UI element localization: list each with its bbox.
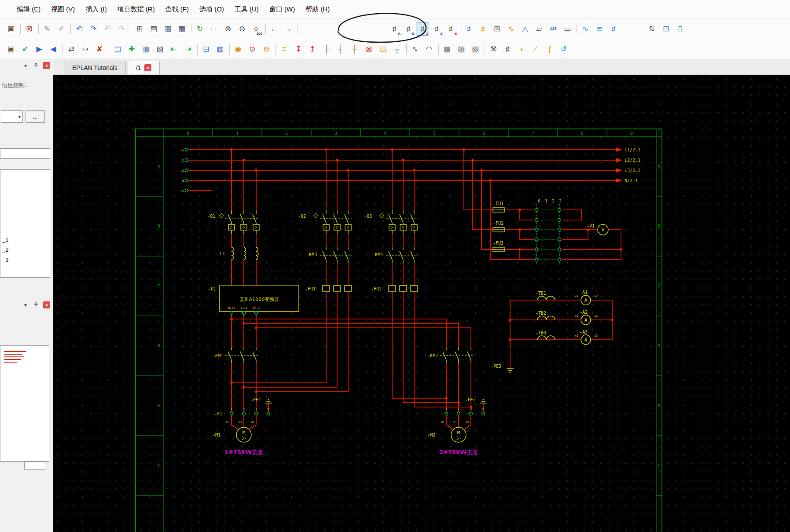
undo-icon[interactable]: ↶ [73, 22, 86, 36]
import-page-icon[interactable]: ⇤ [167, 43, 180, 56]
redo-history-icon[interactable]: ↷ [115, 22, 128, 36]
component-l1[interactable]: -L1 [217, 247, 258, 260]
page-list[interactable]: _1_2_3 [0, 169, 50, 278]
component-km1[interactable]: -KM1 [213, 348, 259, 363]
tab-eplan-tutorials[interactable]: EPLAN Tutorials [64, 61, 126, 74]
menu-item[interactable]: 项目数据 (R) [112, 4, 160, 15]
redo-icon[interactable]: ↷ [87, 22, 100, 36]
copy-format-page-icon[interactable]: ▤ [111, 43, 124, 56]
component-fr1[interactable]: -FR1 [305, 286, 352, 291]
connection-break-icon[interactable]: ⊠ [362, 43, 375, 56]
connector-strip[interactable]: 0 1 2 3 [535, 199, 562, 265]
design-mode-icon[interactable]: ▱ [533, 22, 546, 36]
list-item[interactable]: _3 [0, 255, 50, 265]
dashed-frame-icon[interactable]: ▧ [469, 43, 482, 56]
terminal-strip-x1-left[interactable]: 1 2 3 PE -X1 U1 V1 W1 [214, 407, 270, 424]
menu-item[interactable]: 帮助 (H) [300, 4, 335, 15]
filter-combobox[interactable]: ▾ [1, 110, 23, 123]
chevron-down-icon[interactable]: ▼ [22, 301, 29, 308]
connection-point-icon[interactable]: ⊡ [376, 43, 389, 56]
sync-pages-icon[interactable]: ⇄ [65, 43, 78, 56]
window-cascade-icon[interactable]: ▤ [147, 22, 160, 36]
project-tree-item[interactable]: 恒压控制... [2, 81, 53, 89]
interruption-point-icon[interactable]: ◉ [231, 43, 245, 56]
signal-wave-icon[interactable]: ∿ [579, 22, 592, 36]
filter-input[interactable] [0, 148, 50, 159]
format-brush-alt-icon[interactable]: ✐ [55, 22, 68, 36]
list-item[interactable]: _2 [0, 245, 50, 255]
zoom-in-icon[interactable]: ⊕ [221, 22, 235, 36]
component-fu2[interactable]: -FU2 [493, 221, 504, 232]
menu-item[interactable]: 插入 (I) [80, 4, 112, 15]
slash-tool-icon[interactable]: ∕ [529, 43, 542, 56]
component-q1[interactable]: -Q1 [207, 210, 259, 234]
pin-icon[interactable] [33, 62, 40, 69]
component-q2[interactable]: -Q2 [298, 210, 352, 234]
connection-symbols-icon[interactable]: ♯ [607, 22, 620, 36]
component-v1[interactable]: V -V1 [587, 224, 608, 235]
undo-history-icon[interactable]: ↶ [101, 22, 114, 36]
interruption-target-icon[interactable]: ⊚ [260, 43, 273, 56]
ruler-icon[interactable]: ▭ [561, 22, 574, 36]
component-fu3[interactable]: -FU3 [493, 241, 504, 252]
insert-device-icon[interactable]: ⊟ [199, 43, 213, 56]
grid-a-icon[interactable]: ♯ A [388, 22, 401, 36]
refresh-icon[interactable]: ↻ [193, 22, 206, 36]
branch-left-icon[interactable]: ┤ [334, 43, 347, 56]
insert-window-icon[interactable]: ⊞ [133, 22, 146, 36]
component-a3[interactable]: A -A3 x1 x2 [575, 330, 598, 345]
format-brush-icon[interactable]: ✎ [40, 22, 54, 36]
schematic-canvas[interactable]: 0 1 2 3 4 5 6 7 8 9 A B C D E F A [53, 75, 790, 532]
pointer-next-icon[interactable]: ▶ [33, 43, 46, 56]
select-similar-icon[interactable]: ▩ [441, 43, 454, 56]
menu-item[interactable]: 选项 (O) [194, 4, 229, 15]
pointer-prev-icon[interactable]: ◀ [47, 43, 60, 56]
graphical-preview[interactable] [0, 345, 49, 462]
component-pe2[interactable]: -PE2 [465, 397, 487, 403]
zoom-100-icon[interactable]: ○ 100 [250, 22, 263, 36]
component-km4[interactable]: -KM4 [372, 247, 418, 263]
apply-icon[interactable]: ✔ [18, 43, 32, 56]
forward-icon[interactable]: → [282, 22, 295, 36]
menu-item[interactable]: 查找 (F) [160, 4, 194, 15]
pin-icon[interactable] [33, 301, 40, 308]
multi-line-wire-icon[interactable]: ≡ [278, 43, 291, 56]
export-page-icon[interactable]: ⇥ [181, 43, 195, 56]
hatch-fill-icon[interactable]: ▨ [455, 43, 468, 56]
tab-page-1[interactable]: /1 × [128, 61, 160, 74]
goto-counterpart-icon[interactable]: ↦ [79, 43, 92, 56]
drawing-canvas[interactable]: 0 1 2 3 4 5 6 7 8 9 A B C D E F A [53, 75, 790, 532]
object-snap-icon[interactable]: ∿ [504, 22, 518, 36]
component-fu1[interactable]: -FU1 [493, 201, 504, 212]
rotate-tool-icon[interactable]: ↺ [557, 43, 570, 56]
menu-item[interactable]: 工具 (U) [229, 4, 264, 15]
component-a1[interactable]: A -A1 x1 x2 [575, 290, 598, 305]
paste-icon[interactable]: ▣ [4, 22, 18, 36]
paste-special-icon[interactable]: ▣ [4, 43, 18, 56]
selection-frame-icon[interactable]: □ [207, 22, 220, 36]
layout-space-icon[interactable]: ⊡ [659, 22, 672, 36]
insert-plus-icon[interactable]: + [515, 43, 528, 56]
back-icon[interactable]: ← [268, 22, 281, 36]
potential-arrow-down-icon[interactable]: ↧ [292, 43, 305, 56]
potential-arrow-up-icon[interactable]: ↥ [306, 43, 319, 56]
close-icon[interactable]: × [43, 62, 50, 69]
cancel-action-icon[interactable]: ✘ [93, 43, 106, 56]
component-km2[interactable]: -KM2 [427, 348, 474, 363]
panel-toggle-icon[interactable]: ▯ [673, 22, 687, 36]
chevron-down-icon[interactable]: ▼ [22, 62, 29, 69]
component-m1[interactable]: M 3~ -M1 1#75KW主泵 [213, 427, 264, 455]
component-u1[interactable]: 安川A1000变频器 U/T1 V/T2 W/T3 -U1 [208, 285, 299, 315]
grid-display-icon[interactable]: ♯ [462, 22, 475, 36]
snap-to-grid-icon[interactable]: ♯ [476, 22, 489, 36]
component-km3[interactable]: -KM3 [306, 247, 352, 263]
text-128-icon[interactable]: 128 [547, 22, 560, 36]
branch-right-icon[interactable]: ├ [320, 43, 333, 56]
menu-item[interactable]: 视图 (V) [46, 4, 80, 15]
browse-button[interactable]: ... [26, 110, 45, 123]
terminal-strip-x1-right[interactable]: 1 2 3 PE U1 V1 W1 [441, 407, 485, 424]
zoom-out-icon[interactable]: ⊖ [235, 22, 249, 36]
shield-symbol-icon[interactable]: ◠ [423, 43, 436, 56]
grid-c-icon[interactable]: ♯ C [416, 22, 429, 36]
t-node-icon[interactable]: ┬ [390, 43, 404, 56]
